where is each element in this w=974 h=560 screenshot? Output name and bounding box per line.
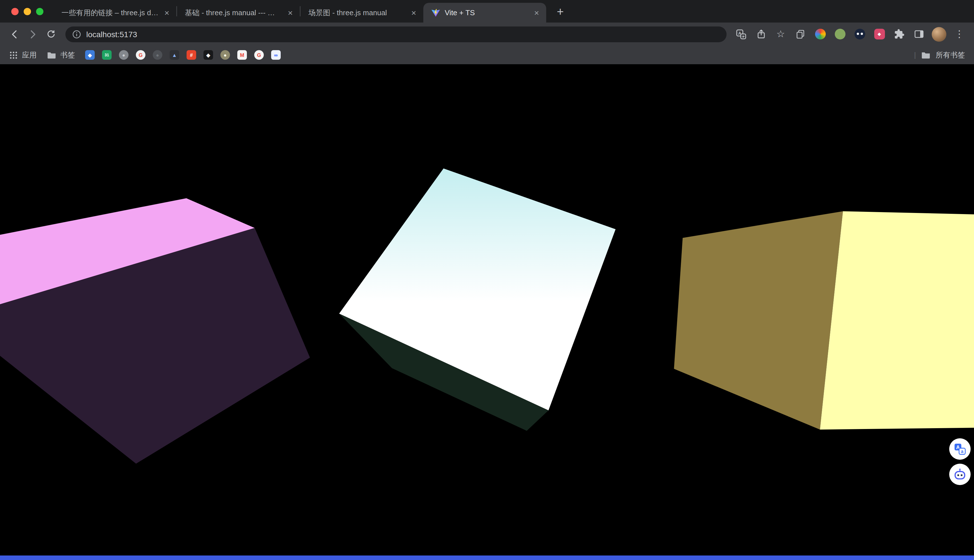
translate-icon: A a [954, 443, 966, 455]
bookmark-favicon-red-grid-site[interactable]: # [187, 50, 196, 60]
close-window-button[interactable] [11, 8, 18, 15]
translate-page-button[interactable]: A [732, 25, 750, 43]
zoom-window-button[interactable] [36, 8, 43, 15]
tab-strip: 一些有用的链接 – three.js docs × 基础 - three.js … [0, 0, 974, 23]
all-bookmarks-label: 所有书签 [936, 50, 965, 60]
translate-icon: A [736, 28, 747, 40]
tab-threejs-manual-basics[interactable]: 基础 - three.js manual --- 基础 × [177, 3, 300, 23]
robot-icon [953, 468, 967, 481]
side-panel-icon [913, 29, 924, 40]
share-button[interactable] [752, 25, 770, 43]
side-panel-button[interactable] [910, 25, 928, 43]
forward-icon [31, 31, 35, 38]
ai-extension-icon [854, 29, 865, 40]
bookmark-favicon-dark-cat-site[interactable]: ◆ [203, 50, 213, 60]
bookmark-favicon-google-site[interactable]: G [136, 50, 145, 60]
folder-icon [921, 50, 931, 60]
middle-cube-top-face [339, 168, 615, 410]
extension-green-button[interactable] [831, 25, 849, 43]
bookmark-favicon-gray-site[interactable]: ● [119, 50, 128, 60]
navigation-toolbar: localhost:5173 A ☆ [0, 23, 974, 46]
tab-vite-ts-active[interactable]: Vite + TS × [423, 3, 546, 23]
green-extension-icon [834, 29, 845, 40]
browser-window: 一些有用的链接 – three.js docs × 基础 - three.js … [0, 0, 974, 560]
tab-title: 场景图 - three.js manual [309, 8, 405, 18]
bottom-blue-bar [0, 555, 974, 560]
reload-button[interactable] [42, 25, 60, 43]
close-tab-icon[interactable]: × [162, 8, 172, 18]
new-tab-button[interactable]: + [552, 3, 569, 20]
close-tab-icon[interactable]: × [285, 8, 295, 18]
apps-label: 应用 [22, 50, 37, 60]
pink-extension-icon: ◆ [874, 29, 885, 40]
extension-ai-button[interactable] [851, 25, 869, 43]
folder-icon [47, 50, 57, 60]
share-icon [756, 29, 766, 40]
address-bar[interactable]: localhost:5173 [65, 26, 727, 42]
right-cube-right-face [820, 211, 974, 430]
bookmarks-folder-label: 书签 [60, 50, 75, 60]
forward-button[interactable] [24, 25, 42, 43]
apps-shortcut[interactable]: 应用 [9, 50, 37, 60]
tab-threejs-manual-scenegraph[interactable]: 场景图 - three.js manual × [300, 3, 423, 23]
bookmark-favicon-translate-site[interactable]: ∞ [271, 50, 281, 60]
svg-text:a: a [961, 449, 964, 454]
bookmark-star-button[interactable]: ☆ [772, 25, 790, 43]
toolbar-right-icons: A ☆ ◆ [732, 25, 968, 43]
close-tab-icon[interactable]: × [409, 8, 419, 18]
threejs-canvas[interactable] [0, 64, 974, 555]
profile-avatar[interactable] [932, 27, 946, 42]
extension-pink-button[interactable]: ◆ [870, 25, 888, 43]
bookmark-favicon-dim-site[interactable]: ● [153, 50, 162, 60]
page-content: A a [0, 64, 974, 555]
bookmark-favicon-gmail[interactable]: M [237, 50, 247, 60]
url-text[interactable]: localhost:5173 [86, 30, 137, 38]
bookmarks-folder[interactable]: 书签 [47, 50, 75, 60]
browser-menu-button[interactable]: ⋮ [950, 25, 968, 43]
bookmark-favicon-olive-site[interactable]: ● [220, 50, 230, 60]
window-controls [0, 0, 53, 23]
tab-title: 一些有用的链接 – three.js docs [62, 8, 158, 18]
bookmarks-divider: | [914, 51, 916, 59]
tab-title: Vite + TS [445, 8, 528, 17]
extensions-menu-button[interactable] [890, 25, 908, 43]
apps-grid-icon [9, 50, 18, 60]
site-info-icon[interactable] [72, 30, 81, 38]
back-icon [13, 31, 16, 38]
tab-title: 基础 - three.js manual --- 基础 [185, 8, 282, 18]
ai-assistant-fab[interactable] [949, 464, 971, 485]
bookmark-favicon-blue-site[interactable]: ◆ [85, 50, 95, 60]
pages-icon [796, 29, 806, 39]
bookmark-favicon-red-g-site[interactable]: G [254, 50, 264, 60]
bookmarks-bar: 应用 书签 ◆ 31 ● G ● ▲ # ◆ ● M G ∞ | 所有书签 [0, 46, 974, 64]
back-button[interactable] [6, 25, 24, 43]
tab-list: 一些有用的链接 – three.js docs × 基础 - three.js … [53, 0, 569, 23]
close-tab-icon[interactable]: × [532, 8, 542, 18]
puzzle-icon [894, 29, 904, 40]
reload-icon [45, 29, 56, 40]
bookmark-favicon-dark-site[interactable]: ▲ [170, 50, 179, 60]
right-cube-left-face [674, 211, 843, 430]
minimize-window-button[interactable] [24, 8, 31, 15]
all-bookmarks[interactable]: | 所有书签 [914, 50, 965, 60]
vite-favicon-icon [431, 8, 440, 17]
colorwheel-extension-icon [815, 29, 826, 40]
reading-list-button[interactable] [791, 25, 809, 43]
translate-fab[interactable]: A a [949, 438, 971, 460]
extension-colorwheel-button[interactable] [811, 25, 829, 43]
bookmark-favicon-calendar-site[interactable]: 31 [102, 50, 112, 60]
tab-threejs-docs[interactable]: 一些有用的链接 – three.js docs × [53, 3, 177, 23]
